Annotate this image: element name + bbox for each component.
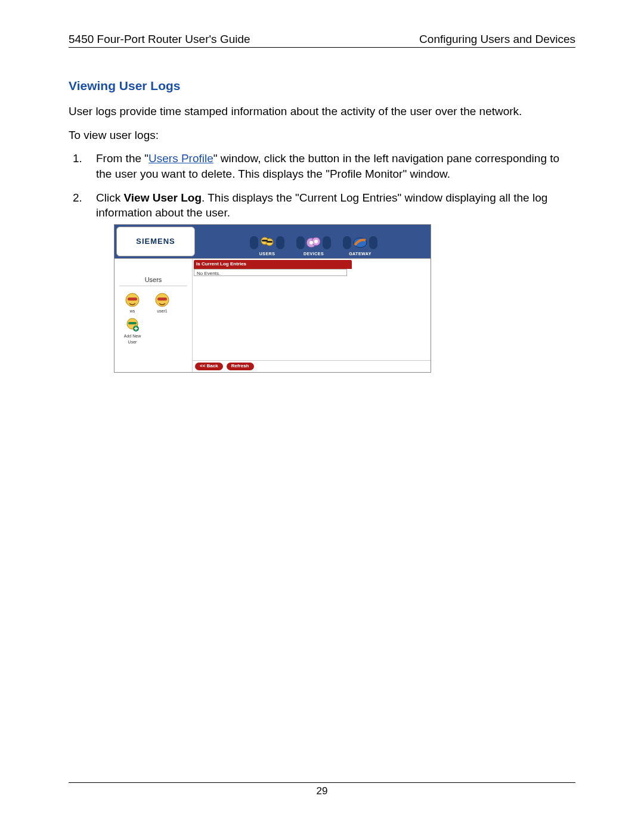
refresh-button[interactable]: Refresh	[227, 363, 254, 370]
page-number: 29	[317, 785, 328, 797]
page-header: 5450 Four-Port Router User's Guide Confi…	[69, 33, 575, 48]
svg-rect-3	[267, 241, 273, 243]
log-entries-body: No Events.	[194, 269, 347, 276]
step-2: Click View User Log. This displays the "…	[85, 190, 575, 373]
intro-paragraph: User logs provide time stamped informati…	[69, 104, 575, 119]
nav-users[interactable]: USERS	[250, 235, 284, 256]
devices-icon	[306, 235, 321, 250]
gateway-icon	[352, 235, 368, 250]
svg-point-6	[309, 241, 313, 244]
nav-gateway[interactable]: GATEWAY	[343, 235, 377, 256]
back-button[interactable]: << Back	[195, 363, 223, 370]
log-entries-header: Is Current Log Entries	[194, 260, 352, 269]
svg-point-7	[314, 240, 318, 243]
user-face-icon	[154, 292, 170, 308]
figure-footer: << Back Refresh	[193, 360, 431, 372]
header-left: 5450 Four-Port Router User's Guide	[69, 33, 250, 46]
sidebar-user-ws[interactable]: ws	[120, 292, 144, 314]
svg-rect-10	[128, 298, 137, 301]
figure-topbar: SIEMENS	[114, 225, 431, 258]
users-profile-link[interactable]: Users Profile	[148, 152, 213, 165]
figure-main: Is Current Log Entries No Events. << Bac…	[193, 259, 431, 372]
users-icon	[259, 235, 275, 250]
sidebar-user-user1[interactable]: user1	[150, 292, 174, 314]
header-right: Configuring Users and Devices	[419, 33, 575, 46]
svg-rect-12	[157, 298, 167, 301]
add-user-icon	[125, 317, 140, 333]
figure-sidebar: Users ws	[114, 259, 193, 372]
step-1: From the "Users Profile" window, click t…	[85, 151, 575, 181]
svg-rect-14	[128, 322, 137, 324]
section-title: Viewing User Logs	[69, 79, 575, 93]
sidebar-title: Users	[119, 275, 187, 286]
lead-in: To view user logs:	[69, 128, 575, 143]
screenshot-figure: SIEMENS	[114, 224, 431, 373]
siemens-logo: SIEMENS	[116, 227, 195, 256]
user-face-icon	[125, 292, 140, 308]
top-nav: USERS	[197, 225, 431, 258]
page-footer: 29	[69, 782, 575, 797]
nav-devices[interactable]: DEVICES	[296, 235, 331, 256]
steps-list: From the "Users Profile" window, click t…	[69, 151, 575, 373]
view-user-log-label: View User Log	[123, 191, 202, 204]
sidebar-add-new-user[interactable]: Add New User	[120, 317, 144, 345]
